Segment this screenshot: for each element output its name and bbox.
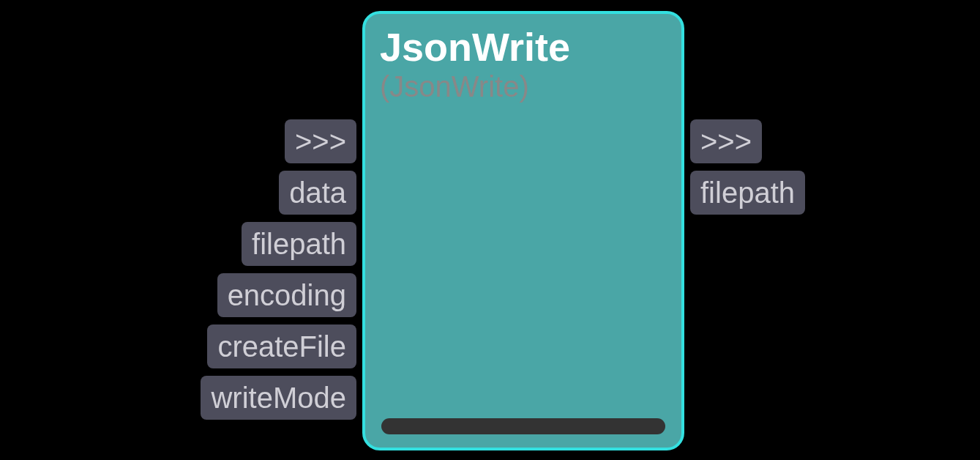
input-port-encoding[interactable]: encoding <box>217 273 356 317</box>
input-port-createfile[interactable]: createFile <box>207 324 356 368</box>
node-container[interactable]: JsonWrite (JsonWrite) >>> data filepath … <box>362 11 684 450</box>
node-body: JsonWrite (JsonWrite) <box>362 11 684 450</box>
node-footer-bar <box>381 418 665 434</box>
node-subtitle: (JsonWrite) <box>380 70 667 103</box>
output-port-filepath[interactable]: filepath <box>690 171 805 215</box>
output-port-exec[interactable]: >>> <box>690 119 762 163</box>
input-ports: >>> data filepath encoding createFile wr… <box>201 119 356 420</box>
input-port-filepath[interactable]: filepath <box>242 222 356 266</box>
node-title: JsonWrite <box>380 26 667 69</box>
input-port-data[interactable]: data <box>279 171 356 215</box>
input-port-exec[interactable]: >>> <box>285 119 356 163</box>
output-ports: >>> filepath <box>690 119 805 215</box>
input-port-writemode[interactable]: writeMode <box>201 376 356 420</box>
